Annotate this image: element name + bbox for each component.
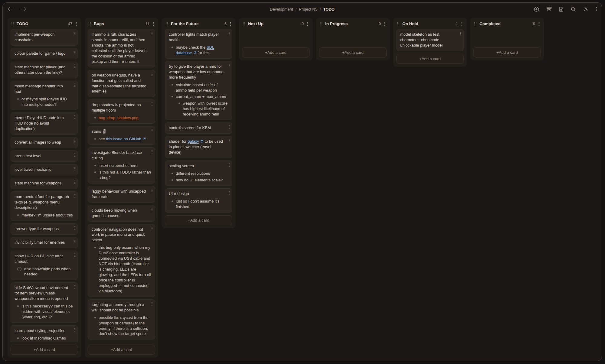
card-menu-kebab-icon[interactable] [228,64,230,67]
card-menu-kebab-icon[interactable] [151,73,153,76]
document-icon[interactable] [559,7,564,12]
add-card-button[interactable]: +Add a card [11,345,78,355]
drag-handle-icon[interactable] [11,22,14,26]
kanban-card[interactable]: UI redesignjust so I don't assume it's f… [165,188,232,213]
kanban-card[interactable]: drop shadow is projected on multiple flo… [88,99,155,124]
column-menu-kebab-icon[interactable] [229,22,232,26]
card-menu-kebab-icon[interactable] [74,51,76,54]
card-menu-kebab-icon[interactable] [228,191,230,195]
kanban-card[interactable]: on weapon unequip, have a function that … [88,70,155,97]
checkbox-circle-icon[interactable] [17,267,21,271]
column-card-count: 0 [533,22,535,26]
card-menu-kebab-icon[interactable] [151,227,153,230]
card-menu-kebab-icon[interactable] [151,189,153,192]
drag-handle-icon[interactable] [88,22,91,26]
kanban-card[interactable]: scaling screendifferent resolutionshow d… [165,161,232,186]
card-menu-kebab-icon[interactable] [74,285,76,289]
add-card-button[interactable]: +Add a card [165,215,232,225]
kanban-card[interactable]: if ammo is full, characters stands in am… [88,29,155,67]
column-menu-kebab-icon[interactable] [461,22,463,26]
card-menu-kebab-icon[interactable] [74,253,76,257]
column-menu-kebab-icon[interactable] [384,22,386,26]
kanban-card[interactable]: hide SubViewport environment for item pr… [11,282,78,323]
card-link[interactable]: this issue on GitHub [106,137,146,141]
card-menu-kebab-icon[interactable] [151,32,153,35]
add-card-button[interactable]: +Add a card [319,47,387,57]
kanban-card[interactable]: show HUD on L3, hide after timeoutalso s… [11,251,78,280]
kanban-card[interactable]: controller navigation does not work in p… [88,224,155,297]
kanban-card[interactable]: model skeleton as test character + cheat… [396,29,464,51]
kanban-card[interactable]: laggy behaviour with uncapped framerate [88,186,155,203]
card-menu-kebab-icon[interactable] [228,125,230,129]
kanban-card[interactable]: clouds keep moving when game is paused [88,205,155,222]
add-card-button[interactable]: +Add a card [88,345,155,355]
kanban-card[interactable]: stairs 🗿see this issue on GitHub [88,126,155,145]
kanban-card[interactable]: state machine for weapons [11,178,78,189]
add-card-button[interactable]: +Add a card [242,47,309,57]
card-menu-kebab-icon[interactable] [151,129,153,132]
search-icon[interactable] [571,7,576,12]
card-menu-kebab-icon[interactable] [151,102,153,106]
card-bullet-list: calculate based on % of ammo held per we… [169,82,228,117]
card-menu-kebab-icon[interactable] [74,328,76,332]
breadcrumb-item[interactable]: Development [270,7,293,11]
drag-handle-icon[interactable] [397,22,400,26]
kanban-card[interactable]: implement per-weapon crosshairs [11,29,78,46]
kanban-card[interactable]: controller lights match player healthmay… [165,29,232,59]
card-link[interactable]: galaxy [188,139,204,144]
card-menu-kebab-icon[interactable] [74,153,76,157]
forward-arrow-icon[interactable] [21,7,26,11]
kanban-card[interactable]: investigate Blender backface cullinginse… [88,147,155,184]
drag-handle-icon[interactable] [165,22,168,26]
back-arrow-icon[interactable] [8,7,13,11]
card-menu-kebab-icon[interactable] [151,302,153,306]
card-menu-kebab-icon[interactable] [74,32,76,35]
card-menu-kebab-icon[interactable] [74,194,76,198]
kanban-card[interactable]: targetting an enemy through a wall shoul… [88,299,155,340]
card-menu-kebab-icon[interactable] [74,115,76,119]
breadcrumb-item[interactable]: Project N5 [299,7,317,11]
add-plus-icon[interactable] [534,7,539,12]
card-menu-kebab-icon[interactable] [74,240,76,243]
card-menu-kebab-icon[interactable] [74,140,76,143]
add-card-button[interactable]: +Add a card [396,54,464,64]
card-menu-kebab-icon[interactable] [74,83,76,87]
kanban-card[interactable]: invincibility timer for enemies [11,237,78,248]
kanban-card[interactable]: state machine for player (and others lat… [11,62,78,78]
drag-handle-icon[interactable] [320,22,322,26]
card-link[interactable]: bug_drop_shadow.png [99,115,139,120]
column-menu-kebab-icon[interactable] [306,22,309,26]
drag-handle-icon[interactable] [243,22,245,26]
kanban-card[interactable]: thrower type for weapons [11,223,78,235]
kanban-card[interactable]: merge PlayerHUD node into HUD node (to a… [11,112,78,135]
kanban-card[interactable]: arena test level [11,151,78,162]
card-menu-kebab-icon[interactable] [228,139,230,142]
card-menu-kebab-icon[interactable] [151,208,153,211]
card-menu-kebab-icon[interactable] [151,150,153,154]
kanban-card[interactable]: level travel mechanic [11,164,78,175]
kanban-card[interactable]: move message handler into hudor maybe sp… [11,81,78,110]
card-menu-kebab-icon[interactable] [228,32,230,35]
card-menu-kebab-icon[interactable] [74,64,76,68]
column-menu-kebab-icon[interactable] [538,22,540,26]
settings-gear-icon[interactable] [583,7,588,12]
card-menu-kebab-icon[interactable] [74,180,76,184]
kanban-card[interactable]: learn about styling projectileslook at I… [11,325,78,342]
column-menu-kebab-icon[interactable] [152,22,155,26]
kanban-card[interactable]: shader for galaxy to be used in planet s… [165,136,232,158]
add-card-button[interactable]: +Add a card [473,47,541,57]
card-menu-kebab-icon[interactable] [228,163,230,167]
kanban-card[interactable]: colour palette for game / logo [11,48,78,59]
kanban-card[interactable]: convert all images to webp [11,137,78,148]
column-menu-kebab-icon[interactable] [75,22,77,26]
kanban-card[interactable]: try to give the player ammo for weapons … [165,61,232,120]
kanban-card[interactable]: controls screen for KBM [165,122,232,134]
kanban-card[interactable]: more neutral font for paragraph texts (e… [11,191,78,221]
card-title: arena test level [15,153,74,159]
drag-handle-icon[interactable] [474,22,477,26]
card-menu-kebab-icon[interactable] [459,32,462,35]
more-options-kebab-icon[interactable] [596,7,597,11]
card-menu-kebab-icon[interactable] [74,226,76,230]
archive-icon[interactable] [546,7,552,11]
card-menu-kebab-icon[interactable] [74,167,76,171]
